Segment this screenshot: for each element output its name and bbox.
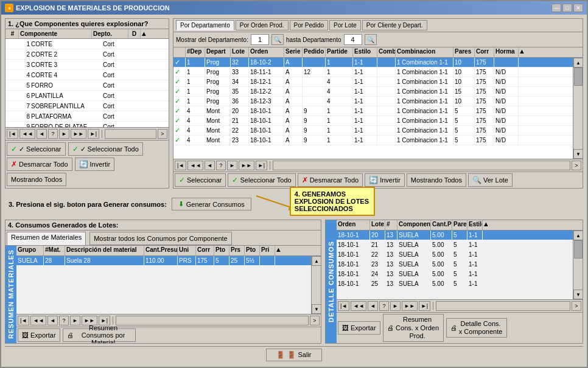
component-list-item[interactable]: 1 CORTE Cort: [5, 39, 169, 49]
component-list-item[interactable]: 6 PLANTILLA Cort: [5, 91, 169, 101]
detalle-table-row[interactable]: 18-10-1 21 13 SUELA 5.00 5 1-1: [337, 240, 573, 250]
horizontal-scrollbar[interactable]: [105, 129, 156, 139]
tab-por-lote[interactable]: Por Lote: [329, 20, 361, 30]
detalle-scrollbar[interactable]: ▲▼: [573, 231, 583, 299]
s2-seleccionar-todo-button[interactable]: ✓ Seleccionar Todo: [228, 173, 295, 187]
mostrar-todos-consumos-button[interactable]: Mostrar todos los Conumos por Componente: [89, 232, 232, 245]
tab-resumen-materiales[interactable]: Resumen de Materiales: [7, 232, 86, 245]
s2-nav-next-page[interactable]: ►►: [239, 161, 254, 170]
minimize-button[interactable]: —: [551, 4, 561, 12]
dc-nav-next-page[interactable]: ►►: [402, 301, 418, 311]
section2-table-row[interactable]: ✓ 1 Prog 36 18-12-3 A 4 1-1 1 Combinacio…: [173, 97, 573, 106]
rm-scroll-right[interactable]: >: [310, 316, 320, 325]
section2-table-row[interactable]: ✓ 1 Prog 33 18-11-1 A 12 1 1-1 1 Combina…: [173, 68, 573, 77]
filter-to-input[interactable]: [344, 34, 362, 45]
maximize-button[interactable]: □: [562, 4, 572, 12]
nav-prev[interactable]: ◄: [37, 129, 47, 139]
s2-nav-last[interactable]: ►|: [256, 161, 267, 170]
tab-por-departamento[interactable]: Por Departamento: [176, 20, 234, 30]
desmarcar-todo-button[interactable]: ✗ Desmarcar Todo: [7, 158, 72, 171]
s2-nav-prev[interactable]: ◄: [205, 161, 215, 170]
seleccionar-button[interactable]: ✓ ✓ Seleccionar: [7, 142, 66, 156]
component-list-item[interactable]: 2 CORTE 2 Cort: [5, 49, 169, 60]
dc-nav-first[interactable]: |◄: [338, 301, 349, 311]
s2-nav-first[interactable]: |◄: [175, 161, 186, 170]
section2-table-row[interactable]: ✓ 4 Mont 22 18-10-1 A 9 1 1-1 1 Combinac…: [173, 126, 573, 136]
rm-nav-question[interactable]: ?: [59, 316, 69, 325]
tab-por-pedido[interactable]: Por Pedido: [290, 20, 328, 30]
dc-nav-prev-page[interactable]: ◄◄: [351, 301, 366, 311]
detalle-comp-button[interactable]: 🖨 Detalle Cons. x Componente: [446, 318, 507, 338]
s2-seleccionar-button[interactable]: ✓ Seleccionar: [175, 173, 226, 187]
section2-scrollbar[interactable]: ▲▼: [573, 58, 583, 159]
filter-from-search[interactable]: 🔍: [271, 34, 284, 45]
detalle-table-row[interactable]: 18-10-1 25 13 SUELA 5.00 5 1-1: [337, 279, 573, 289]
s2-nav-question[interactable]: ?: [216, 161, 226, 170]
section2-table-row[interactable]: ✓ 4 Mont 21 18-10-1 A 9 1 1-1 1 Combinac…: [173, 116, 573, 126]
nav-question[interactable]: ?: [48, 129, 58, 139]
component-list-item[interactable]: 4 CORTE 4 Cort: [5, 70, 169, 80]
component-list-item[interactable]: 7 SOBREPLANTILLA Cort: [5, 101, 169, 111]
s2-mostrando-todos-button[interactable]: Mostrando Todos: [407, 173, 466, 187]
seleccionar-todo-button[interactable]: ✓ ✓ Seleccionar Todo: [68, 142, 143, 156]
component-list-item[interactable]: 5 FORRO Cort: [5, 80, 169, 91]
tooltip-box: 4. GENERAMOS EXPLOSION DE LOTES SELECCIO…: [290, 187, 375, 216]
dc-scroll-h[interactable]: [436, 301, 570, 311]
resumen-scrollbar[interactable]: ▲▼: [311, 256, 321, 314]
detalle-table-row[interactable]: 18-10-1 23 13 SUELA 5.00 5 1-1: [337, 260, 573, 269]
dc-nav-question[interactable]: ?: [379, 301, 389, 311]
resumen-orden-button[interactable]: 🖨 Resumen Cons. x Orden Prod.: [383, 314, 444, 342]
rm-nav-first[interactable]: |◄: [18, 316, 29, 325]
resumen-table-row[interactable]: SUELA 28 Suela 28 110.00 PRS 175 5 25 5½: [16, 256, 311, 266]
s2-ver-lote-button[interactable]: 🔍 Ver Lote: [468, 173, 513, 187]
close-button[interactable]: ✕: [573, 4, 583, 12]
rm-nav-prev[interactable]: ◄: [47, 316, 58, 325]
generar-consumos-button[interactable]: ⬇ Generar Consumos: [172, 198, 251, 210]
rm-col-mat: #Mat.: [44, 246, 65, 255]
nav-next-page[interactable]: ►►: [71, 129, 86, 139]
component-list-item[interactable]: 8 PLATAFORMA Cort: [5, 111, 169, 122]
salir-button[interactable]: 🚪 🚪 Salir: [266, 349, 321, 361]
tab-por-cliente[interactable]: Por Cliente y Depart.: [362, 20, 427, 30]
detalle-table-row[interactable]: 18-10-1 20 13 SUELA 5.00 5 1-1: [337, 231, 573, 240]
dc-nav-next[interactable]: ►: [390, 301, 401, 311]
dc-nav-last[interactable]: ►|: [419, 301, 430, 311]
resumen-exportar-button[interactable]: 🖼 Exportar: [18, 328, 60, 342]
s2-horizontal-scrollbar[interactable]: [273, 161, 570, 170]
rm-scroll-h[interactable]: [116, 316, 309, 325]
col-header-d: D: [128, 30, 141, 38]
s2-invertir-button[interactable]: 🔄 Invertir: [365, 173, 405, 187]
s2-desmarcar-todo-button[interactable]: ✗ Desmarcar Todo: [298, 173, 363, 187]
detalle-table-row[interactable]: 18-10-1 22 13 SUELA 5.00 5 1-1: [337, 250, 573, 260]
nav-first[interactable]: |◄: [7, 129, 18, 139]
s2-nav-scroll-right[interactable]: >: [572, 161, 581, 170]
dc-nav-prev[interactable]: ◄: [368, 301, 378, 311]
tab-por-orden[interactable]: Por Orden Prod.: [236, 20, 289, 30]
rm-nav-prev-page[interactable]: ◄◄: [30, 316, 46, 325]
section2-table-row[interactable]: ✓ 4 Mont 23 18-10-1 A 9 1 1-1 1 Combinac…: [173, 136, 573, 145]
filter-from-input[interactable]: [251, 34, 269, 45]
nav-next[interactable]: ►: [59, 129, 69, 139]
nav-scroll-right[interactable]: >: [158, 129, 167, 139]
invertir-button[interactable]: 🔄 Invertir: [75, 158, 115, 171]
rm-col-pto2: Pto: [245, 246, 260, 255]
s2-ver-lote-icon: 🔍: [472, 176, 481, 184]
seleccionar-label: ✓ Seleccionar: [19, 145, 61, 153]
dc-col-estilo: Estilo: [467, 220, 483, 230]
nav-prev-page[interactable]: ◄◄: [19, 129, 35, 139]
detalle-table-row[interactable]: 18-10-1 24 13 SUELA 5.00 5 1-1: [337, 269, 573, 279]
nav-last[interactable]: ►|: [88, 129, 99, 139]
filter-to-search[interactable]: 🔍: [365, 34, 377, 45]
section2-table-row[interactable]: ✓ 1 Prog 32 18-10-2 A 1 1-1 1 Combinacio…: [173, 58, 573, 68]
detalle-exportar-button[interactable]: 🖼 Exportar: [338, 321, 380, 335]
component-list-item[interactable]: 3 CORTE 3 Cort: [5, 60, 169, 70]
section2-table-row[interactable]: ✓ 1 Prog 35 18-12-2 A 4 1-1 1 Combinacio…: [173, 87, 573, 97]
mostrando-todos-button[interactable]: Mostrando Todos: [7, 173, 66, 186]
section2-table-row[interactable]: ✓ 4 Mont 20 18-10-1 A 9 1 1-1 1 Combinac…: [173, 106, 573, 116]
component-list-item[interactable]: 9 FORRO DE PLATAF Cort: [5, 122, 169, 127]
resumen-consumos-button[interactable]: 🖨 Resumen Consumos por Material: [63, 328, 136, 342]
s2-nav-next[interactable]: ►: [227, 161, 237, 170]
section2-table-row[interactable]: ✓ 1 Prog 34 18-12-1 A 4 1-1 1 Combinacio…: [173, 77, 573, 87]
dc-scroll-right[interactable]: >: [572, 301, 581, 311]
s2-nav-prev-page[interactable]: ◄◄: [187, 161, 203, 170]
